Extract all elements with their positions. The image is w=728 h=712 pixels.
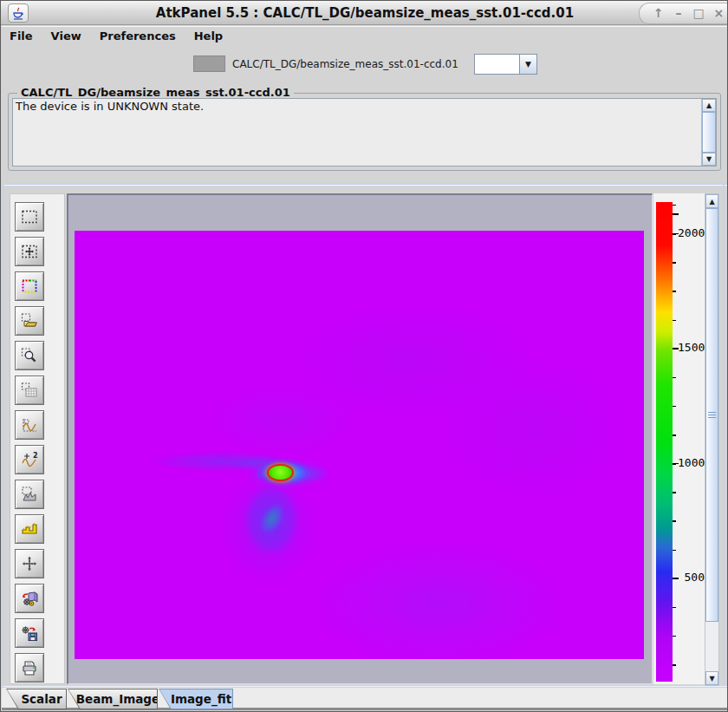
toolbar-button-print[interactable] <box>15 653 44 683</box>
menu-view[interactable]: View <box>43 29 89 43</box>
table-region-icon <box>20 381 39 400</box>
toolbar-button-line-profile[interactable] <box>15 410 44 440</box>
svg-text:2: 2 <box>33 452 38 460</box>
device-status-panel: CALC/TL_DG/beamsize_meas_sst.01-ccd.01 T… <box>8 93 721 171</box>
toolbar-button-histogram-region[interactable] <box>15 480 44 509</box>
colorbar-gradient <box>656 202 673 682</box>
toolbar-button-histogram[interactable] <box>15 514 44 544</box>
secondary-blob <box>247 491 297 547</box>
save-settings-icon <box>20 624 39 643</box>
maximize-button[interactable]: □ <box>691 4 706 23</box>
state-combobox-value <box>475 55 519 74</box>
device-status-textarea[interactable]: The device is in UNKNOWN state. ▲ ▼ <box>12 98 717 167</box>
colorbar-label-500: 500 <box>678 572 705 584</box>
menu-file[interactable]: File <box>2 29 41 43</box>
toolbar-button-axes-settings[interactable] <box>15 549 44 578</box>
toolbar-button-fit-profile[interactable]: 2 <box>15 445 44 474</box>
colorbar-label-1500: 1500 <box>678 342 705 354</box>
colorbar-major-ticks <box>673 202 679 682</box>
toolbar-button-colormap-region[interactable] <box>15 271 44 301</box>
histogram-icon <box>20 519 39 539</box>
colormap-region-icon <box>20 277 39 296</box>
tabpane-border-right <box>723 184 725 688</box>
tab-scalar-label: Scalar <box>7 689 66 709</box>
titlebar: AtkPanel 5.5 : CALC/TL_DG/beamsize_meas_… <box>1 1 728 25</box>
viewer-scrollbar[interactable]: ▲ ▼ <box>705 193 719 686</box>
select-region-icon <box>20 207 39 226</box>
histogram-region-icon <box>20 485 39 504</box>
move-region-icon <box>20 242 39 261</box>
tab-image-fit-label: Image_fit <box>159 689 232 709</box>
tab-beam-image-label: Beam_Image <box>68 689 157 709</box>
menu-preferences[interactable]: Preferences <box>92 29 184 43</box>
image-viewer[interactable] <box>67 193 653 684</box>
tab-bar: Scalar Beam_Image Image_fit <box>2 688 728 710</box>
menubar: File View Preferences Help <box>2 26 728 44</box>
scroll-up-icon[interactable]: ▲ <box>705 194 718 208</box>
status-scrollbar[interactable]: ▲ ▼ <box>701 99 716 166</box>
tab-image-fit[interactable]: Image_fit <box>159 689 233 709</box>
image-toolbar: 2 <box>10 193 65 684</box>
state-combobox[interactable]: ▼ <box>474 54 537 75</box>
open-file-icon <box>20 311 39 330</box>
combobox-dropdown-button[interactable]: ▼ <box>519 55 536 74</box>
fit-profile-icon: 2 <box>20 450 39 469</box>
load-settings-icon <box>20 589 39 608</box>
menu-help[interactable]: Help <box>186 29 231 43</box>
line-profile-icon <box>20 415 39 434</box>
device-status-panel-title: CALC/TL_DG/beamsize_meas_sst.01-ccd.01 <box>17 86 294 99</box>
toolbar-button-table-region[interactable] <box>15 376 44 405</box>
colorbar-label-1000: 1000 <box>678 457 705 469</box>
zoom-region-icon <box>20 346 39 365</box>
axes-settings-icon <box>20 554 39 573</box>
toolbar-button-zoom-region[interactable] <box>15 341 44 370</box>
toolbar-button-load-settings[interactable] <box>15 584 44 613</box>
print-icon <box>20 658 39 677</box>
tabpane-border-left <box>3 184 4 688</box>
scrollbar-thumb[interactable] <box>702 112 716 153</box>
shade-button[interactable]: ↑ <box>651 4 666 23</box>
toolbar-button-save-settings[interactable] <box>15 618 44 648</box>
tab-scalar[interactable]: Scalar <box>6 689 67 709</box>
toolbar-button-select-region[interactable] <box>15 202 44 232</box>
scroll-up-icon[interactable]: ▲ <box>702 99 716 112</box>
minimize-button[interactable]: – <box>671 4 686 23</box>
tab-beam-image[interactable]: Beam_Image <box>68 689 158 709</box>
colorbar-label-2000: 2000 <box>678 227 705 239</box>
viewer-scrollbar-thumb[interactable] <box>705 208 718 622</box>
beam-spot-core <box>267 464 294 481</box>
toolbar-button-move-region[interactable] <box>15 237 44 266</box>
toolbar-button-open-image-file[interactable] <box>15 306 44 336</box>
device-name-label: CALC/TL_DG/beamsize_meas_sst.01-ccd.01 <box>232 58 458 70</box>
window-controls: ↑ – □ × <box>639 3 728 24</box>
scroll-down-icon[interactable]: ▼ <box>705 671 718 685</box>
window-title: AtkPanel 5.5 : CALC/TL_DG/beamsize_meas_… <box>1 1 728 25</box>
scroll-down-icon[interactable]: ▼ <box>702 153 716 166</box>
beam-image[interactable] <box>75 231 644 659</box>
colorbar: 2000 1500 1000 500 <box>653 193 705 684</box>
device-state-led <box>193 56 225 72</box>
tabpane-border <box>3 184 727 186</box>
close-button[interactable]: × <box>711 4 726 23</box>
scrollbar-grip <box>708 412 716 419</box>
device-status-message: The device is in UNKNOWN state. <box>13 99 701 166</box>
